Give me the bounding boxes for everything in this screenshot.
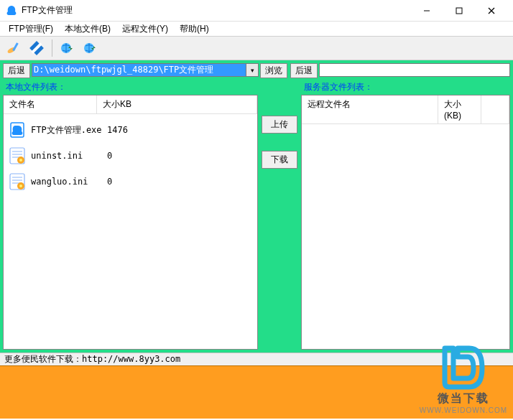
local-col-name[interactable]: 文件名	[4, 95, 97, 113]
local-list-header: 文件名 大小KB	[4, 95, 257, 114]
dropdown-arrow-icon[interactable]: ▾	[246, 63, 259, 77]
title-bar: FTP文件管理	[0, 0, 513, 22]
browse-button[interactable]: 浏览	[260, 63, 287, 78]
local-col-size[interactable]: 大小KB	[97, 95, 257, 113]
menu-ftp[interactable]: FTP管理(F)	[3, 22, 59, 37]
local-file-list[interactable]: 文件名 大小KB FTP文件管理.exe1476uninst.ini0wangl…	[3, 95, 258, 350]
download-globe-icon[interactable]	[58, 39, 77, 57]
svg-rect-5	[12, 42, 19, 51]
download-button[interactable]: 下载	[262, 151, 297, 169]
window-title: FTP文件管理	[22, 4, 410, 17]
remote-list-header: 远程文件名 大小(KB)	[302, 95, 509, 124]
menu-bar: FTP管理(F) 本地文件(B) 远程文件(Y) 帮助(H)	[0, 22, 513, 36]
remote-file-list[interactable]: 远程文件名 大小(KB)	[301, 95, 510, 350]
close-button[interactable]	[475, 1, 507, 21]
connect-icon[interactable]	[4, 39, 23, 57]
list-item[interactable]: wangluo.ini0	[4, 169, 257, 195]
footer-area	[0, 365, 513, 419]
svg-point-22	[19, 185, 22, 187]
path-row: 后退 ▾ 浏览 后退	[3, 63, 510, 78]
remote-list-label: 服务器文件列表：	[301, 80, 510, 95]
file-icon	[8, 146, 27, 166]
local-panel: 本地文件列表： 文件名 大小KB FTP文件管理.exe1476uninst.i…	[3, 80, 258, 350]
menu-remote[interactable]: 远程文件(Y)	[116, 22, 174, 37]
menu-local[interactable]: 本地文件(B)	[59, 22, 116, 37]
file-size: 1476	[107, 125, 253, 135]
maximize-button[interactable]	[443, 1, 475, 21]
list-item[interactable]: uninst.ini0	[4, 143, 257, 169]
toolbar-separator	[52, 39, 52, 57]
remote-col-name[interactable]: 远程文件名	[302, 95, 438, 123]
remote-path-input[interactable]	[319, 63, 510, 77]
upload-button[interactable]: 上传	[262, 116, 297, 134]
upload-globe-icon[interactable]	[81, 39, 100, 57]
file-name: wangluo.ini	[31, 177, 103, 187]
remote-col-blank	[481, 95, 509, 123]
minimize-button[interactable]	[410, 1, 443, 21]
file-icon	[8, 120, 27, 140]
status-text: 更多便民软件下载：http://www.8yy3.com	[4, 353, 180, 365]
file-name: FTP文件管理.exe	[31, 124, 103, 136]
disconnect-icon[interactable]	[27, 39, 46, 57]
local-back-button[interactable]: 后退	[3, 63, 30, 78]
window-controls	[410, 1, 507, 21]
file-size: 0	[107, 151, 253, 161]
remote-back-button[interactable]: 后退	[290, 63, 318, 78]
file-icon	[8, 172, 27, 192]
svg-rect-1	[456, 8, 462, 14]
toolbar	[0, 36, 513, 60]
local-list-label: 本地文件列表：	[3, 80, 258, 95]
remote-path-group: 后退	[290, 63, 510, 78]
file-size: 0	[107, 177, 253, 187]
remote-col-size[interactable]: 大小(KB)	[438, 95, 481, 123]
file-name: uninst.ini	[31, 151, 103, 161]
local-path-input[interactable]	[32, 63, 246, 77]
menu-help[interactable]: 帮助(H)	[174, 22, 215, 37]
main-area: 后退 ▾ 浏览 后退 本地文件列表： 文件名 大小KB FTP文件管理.exe1…	[0, 60, 513, 353]
svg-point-16	[19, 159, 22, 162]
transfer-panel: 上传 下载	[258, 80, 301, 350]
status-bar: 更多便民软件下载：http://www.8yy3.com	[0, 353, 513, 365]
list-item[interactable]: FTP文件管理.exe1476	[4, 117, 257, 143]
app-icon	[6, 5, 17, 17]
panels-row: 本地文件列表： 文件名 大小KB FTP文件管理.exe1476uninst.i…	[3, 80, 510, 350]
remote-panel: 服务器文件列表： 远程文件名 大小(KB)	[301, 80, 510, 350]
local-list-body: FTP文件管理.exe1476uninst.ini0wangluo.ini0	[4, 114, 257, 197]
local-path-group: 后退 ▾ 浏览	[3, 63, 287, 78]
local-path-dropdown: ▾	[32, 63, 259, 78]
